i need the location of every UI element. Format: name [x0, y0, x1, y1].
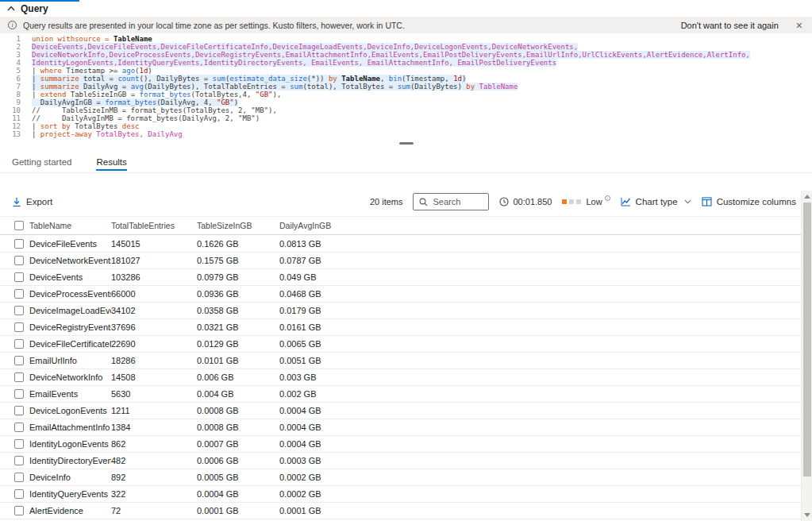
- table-cell: 0.0008 GB: [197, 406, 279, 415]
- code-line[interactable]: 5| where Timestamp >= ago(1d): [0, 67, 812, 75]
- table-cell: AlertEvidence: [29, 506, 111, 515]
- table-row[interactable]: DeviceNetworkInfo145080.006 GB0.003 GB: [0, 369, 801, 386]
- row-checkbox[interactable]: [14, 406, 24, 415]
- tab-label: Results: [96, 157, 126, 167]
- row-checkbox[interactable]: [14, 306, 24, 315]
- row-checkbox[interactable]: [14, 423, 24, 432]
- code-line[interactable]: 11// DailyAvgInMB = format_bytes(DailyAv…: [0, 114, 812, 122]
- table-row[interactable]: IdentityDirectoryEvents4820.0006 GB0.000…: [0, 453, 801, 469]
- info-icon: i: [8, 21, 17, 29]
- table-row[interactable]: IdentityLogonEvents8620.0007 GB0.0004 GB: [0, 436, 801, 453]
- table-cell: EmailAttachmentInfo: [29, 423, 111, 432]
- table-row[interactable]: DeviceFileEvents1450150.1626 GB0.0813 GB: [0, 236, 801, 253]
- code-line[interactable]: 2DeviceEvents,DeviceFileEvents,DeviceFil…: [0, 43, 812, 51]
- line-number: 9: [0, 98, 32, 106]
- tab-results[interactable]: Results: [96, 152, 126, 172]
- code-line[interactable]: 1union withsource = TableName: [0, 35, 812, 43]
- code-text: | sort by TotalBytes desc: [32, 122, 140, 130]
- line-number: 2: [0, 43, 32, 51]
- table-cell: DeviceInfo: [29, 473, 111, 482]
- query-section-header[interactable]: Query: [7, 3, 48, 14]
- line-number: 10: [0, 106, 32, 114]
- column-header-totaltableentries[interactable]: TotalTableEntries: [111, 221, 197, 230]
- table-row[interactable]: DeviceLogonEvents12110.0008 GB0.0004 GB: [0, 403, 801, 419]
- row-checkbox[interactable]: [14, 456, 24, 465]
- select-all-checkbox[interactable]: [14, 221, 24, 230]
- table-row[interactable]: DeviceProcessEvents660000.0936 GB0.0468 …: [0, 286, 801, 303]
- table-cell: 0.0936 GB: [197, 289, 279, 299]
- table-row[interactable]: DeviceFileCertificateInfo226900.0129 GB0…: [0, 336, 801, 353]
- table-cell: 34102: [111, 306, 197, 315]
- usage-square: [569, 199, 574, 204]
- code-line[interactable]: 12| sort by TotalBytes desc: [0, 122, 812, 130]
- clock-icon: [499, 197, 509, 206]
- column-header-dailyavgingb[interactable]: DailyAvgInGB: [279, 221, 801, 230]
- table-row[interactable]: EmailAttachmentInfo13840.0008 GB0.0004 G…: [0, 419, 801, 436]
- code-line[interactable]: 10// TableSizeInMB = format_bytes(TotalB…: [0, 106, 812, 114]
- code-text: DailyAvgInGB = format_bytes(DailyAvg, 4,…: [32, 98, 238, 106]
- column-header-tablesizeingb[interactable]: TableSizeInGB: [197, 221, 279, 230]
- chevron-up-icon: [7, 5, 15, 13]
- customize-columns-label: Customize columns: [717, 197, 796, 206]
- vertical-scrollbar[interactable]: [801, 191, 812, 521]
- search-input[interactable]: [433, 197, 480, 206]
- code-line[interactable]: 8| extend TableSizeInGB = format_bytes(T…: [0, 91, 812, 98]
- row-checkbox[interactable]: [14, 239, 24, 249]
- table-cell: DeviceNetworkInfo: [29, 372, 111, 382]
- row-checkbox[interactable]: [14, 389, 24, 399]
- customize-columns-button[interactable]: Customize columns: [702, 197, 796, 206]
- row-checkbox[interactable]: [14, 289, 24, 299]
- table-row[interactable]: EmailUrlInfo182860.0101 GB0.0051 GB: [0, 353, 801, 369]
- search-box[interactable]: [413, 193, 489, 210]
- tab-label: Getting started: [12, 157, 71, 167]
- table-row[interactable]: AlertEvidence720.0001 GB0.0001 GB: [0, 503, 801, 519]
- table-cell: 0.0787 GB: [279, 256, 801, 265]
- row-checkbox[interactable]: [14, 439, 24, 449]
- banner-close-icon[interactable]: ×: [796, 20, 802, 31]
- code-line[interactable]: 4IdentityLogonEvents,IdentityQueryEvents…: [0, 59, 812, 67]
- table-row[interactable]: EmailEvents56300.004 GB0.002 GB: [0, 386, 801, 403]
- table-cell: 0.0003 GB: [279, 456, 801, 465]
- chart-type-button[interactable]: Chart type: [621, 197, 691, 206]
- table-cell: DeviceNetworkEvents: [29, 256, 111, 265]
- table-cell: 0.0004 GB: [279, 423, 801, 432]
- scrollbar-thumb[interactable]: [803, 203, 811, 477]
- row-checkbox[interactable]: [14, 322, 24, 332]
- usage-info-icon[interactable]: i: [605, 195, 610, 201]
- export-button[interactable]: Export: [12, 197, 52, 207]
- table-cell: 0.1575 GB: [197, 256, 279, 265]
- row-checkbox[interactable]: [14, 473, 24, 482]
- table-cell: EmailEvents: [29, 389, 111, 399]
- row-checkbox[interactable]: [14, 272, 24, 282]
- banner-dismiss-link[interactable]: Don't want to see it again: [681, 21, 779, 30]
- row-checkbox[interactable]: [14, 256, 24, 265]
- row-checkbox[interactable]: [14, 489, 24, 499]
- table-row[interactable]: DeviceInfo8920.0005 GB0.0002 GB: [0, 469, 801, 486]
- query-code-editor[interactable]: 1union withsource = TableName2DeviceEven…: [0, 35, 812, 138]
- code-line[interactable]: 3DeviceNetworkInfo,DeviceProcessEvents,D…: [0, 51, 812, 59]
- code-line[interactable]: 13| project-away TotalBytes, DailyAvg: [0, 130, 812, 138]
- table-row[interactable]: DeviceImageLoadEvents341020.0358 GB0.017…: [0, 303, 801, 319]
- code-line[interactable]: 7| summarize DailyAvg = avg(DailyBytes),…: [0, 83, 812, 91]
- scroll-down-icon[interactable]: [804, 513, 810, 517]
- table-header-row: TableName TotalTableEntries TableSizeInG…: [0, 216, 801, 235]
- row-checkbox[interactable]: [14, 356, 24, 365]
- row-checkbox[interactable]: [14, 372, 24, 382]
- table-row[interactable]: IdentityQueryEvents3220.0004 GB0.0002 GB: [0, 486, 801, 503]
- code-text: // TableSizeInMB = format_bytes(TotalByt…: [32, 106, 277, 114]
- column-header-tablename[interactable]: TableName: [29, 221, 111, 230]
- splitter-handle[interactable]: [399, 142, 414, 145]
- row-checkbox[interactable]: [14, 339, 24, 349]
- row-checkbox[interactable]: [14, 506, 24, 515]
- code-line[interactable]: 6| summarize total = count(), DailyBytes…: [0, 75, 812, 83]
- code-text: | summarize total = count(), DailyBytes …: [32, 75, 466, 83]
- table-row[interactable]: DeviceNetworkEvents1810270.1575 GB0.0787…: [0, 253, 801, 269]
- table-cell: 181027: [111, 256, 197, 265]
- table-row[interactable]: DeviceEvents1032860.0979 GB0.049 GB: [0, 269, 801, 286]
- code-line[interactable]: 9 DailyAvgInGB = format_bytes(DailyAvg, …: [0, 98, 812, 106]
- tab-getting-started[interactable]: Getting started: [12, 152, 71, 172]
- scroll-up-icon[interactable]: [804, 195, 810, 199]
- table-cell: 0.0468 GB: [279, 289, 801, 299]
- table-row[interactable]: DeviceRegistryEvents376960.0321 GB0.0161…: [0, 319, 801, 336]
- query-results-page: Query i Query results are presented in y…: [0, 0, 812, 521]
